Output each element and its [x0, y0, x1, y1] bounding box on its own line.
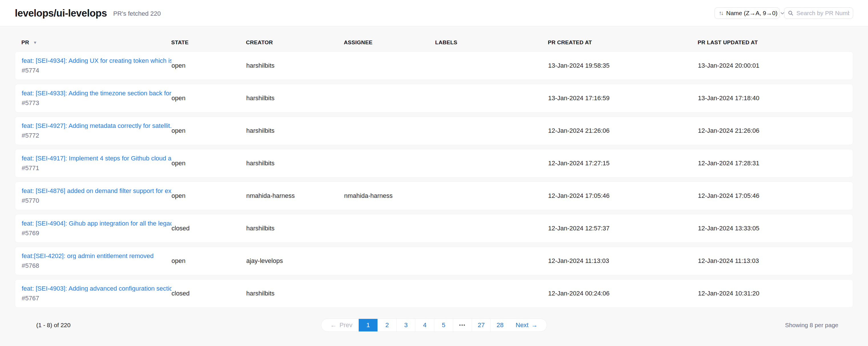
page-number-button[interactable]: 28 [491, 319, 509, 331]
pr-creator: harshilbits [246, 290, 344, 297]
page-number-button[interactable]: 2 [377, 319, 396, 331]
pr-title-link[interactable]: feat:[SEI-4202]: org admin entitlement r… [22, 253, 172, 259]
pr-title-link[interactable]: feat: [SEI-4927]: Adding metadata correc… [22, 123, 172, 129]
pr-number: #5770 [22, 197, 39, 204]
pr-created-at: 12-Jan-2024 00:24:06 [548, 290, 698, 297]
pr-last-updated-at: 12-Jan-2024 11:13:03 [698, 257, 846, 265]
table-row: feat: [SEI-4933]: Adding the timezone se… [15, 84, 853, 113]
pr-creator: harshilbits [246, 225, 344, 232]
table-row: feat: [SEI-4876] added on demand filter … [15, 181, 853, 210]
pr-cell: feat: [SEI-4903]: Adding advanced config… [22, 286, 172, 301]
pr-creator: nmahida-harness [246, 192, 344, 200]
next-page-label: Next [516, 321, 528, 329]
bottom-bar: (1 - 8) of 220 ← Prev 1 2 3 4 5 ••• 27 2… [15, 312, 853, 332]
search-icon [788, 10, 794, 16]
pr-created-at: 12-Jan-2024 12:57:37 [548, 225, 698, 232]
pr-cell: feat: [SEI-4917]: Implement 4 steps for … [22, 155, 172, 171]
pr-title-link[interactable]: feat: [SEI-4933]: Adding the timezone se… [22, 90, 172, 96]
pr-title-link[interactable]: feat: [SEI-4934]: Adding UX for creating… [22, 58, 172, 64]
sort-caret-icon: ▼ [33, 40, 37, 45]
prev-page-label: Prev [340, 321, 352, 329]
pr-last-updated-at: 13-Jan-2024 20:00:01 [698, 62, 846, 69]
pr-number: #5767 [22, 295, 39, 302]
table-body: feat: [SEI-4934]: Adding UX for creating… [15, 51, 853, 308]
sort-arrows-icon: ↑↓ [719, 10, 723, 16]
pr-created-at: 12-Jan-2024 17:05:46 [548, 192, 698, 200]
pr-number: #5771 [22, 165, 39, 172]
pr-created-at: 12-Jan-2024 21:26:06 [548, 127, 698, 135]
page-number-button[interactable]: 1 [359, 319, 377, 331]
pr-state: closed [172, 225, 246, 232]
pr-last-updated-at: 12-Jan-2024 21:26:06 [698, 127, 846, 135]
page-number-button[interactable]: ••• [453, 319, 472, 331]
pr-cell: feat: [SEI-4934]: Adding UX for creating… [22, 58, 172, 74]
column-header-state: STATE [171, 39, 246, 46]
table-row: feat: [SEI-4903]: Adding advanced config… [15, 279, 853, 308]
page-number-button[interactable]: 5 [434, 319, 453, 331]
pr-last-updated-at: 12-Jan-2024 13:33:05 [698, 225, 846, 232]
table-row: feat: [SEI-4904]: Gihub app integration … [15, 214, 853, 243]
pr-cell: feat: [SEI-4933]: Adding the timezone se… [22, 90, 172, 106]
pr-creator: harshilbits [246, 160, 344, 167]
top-bar: levelops/ui-levelops PR's fetched 220 ↑↓… [0, 0, 868, 26]
pr-state: closed [172, 290, 246, 297]
table-row: feat:[SEI-4202]: org admin entitlement r… [15, 247, 853, 275]
column-header-pr-created-at: PR CREATED AT [548, 39, 698, 46]
pr-last-updated-at: 13-Jan-2024 17:18:40 [698, 94, 846, 102]
arrow-left-icon: ← [331, 321, 337, 329]
pr-last-updated-at: 12-Jan-2024 17:05:46 [698, 192, 846, 200]
pr-cell: feat: [SEI-4876] added on demand filter … [22, 188, 172, 204]
pr-state: open [172, 257, 246, 265]
table-header-row: PR ▼ STATE CREATOR ASSIGNEE LABELS PR CR… [15, 26, 853, 51]
table-row: feat: [SEI-4927]: Adding metadata correc… [15, 116, 853, 145]
page-number-button[interactable]: 27 [472, 319, 491, 331]
pr-title-link[interactable]: feat: [SEI-4917]: Implement 4 steps for … [22, 155, 172, 162]
sort-selected-value: Name (Z→A, 9→0) [726, 10, 778, 17]
pr-number: #5773 [22, 99, 39, 107]
pr-creator: harshilbits [246, 127, 344, 135]
pr-creator: harshilbits [246, 62, 344, 69]
pr-title-link[interactable]: feat: [SEI-4876] added on demand filter … [22, 188, 172, 194]
pagination: ← Prev 1 2 3 4 5 ••• 27 28 Next → [321, 319, 547, 332]
column-header-assignee: ASSIGNEE [344, 39, 435, 46]
pr-number: #5772 [22, 132, 39, 139]
pr-number: #5774 [22, 67, 39, 74]
search-input[interactable] [796, 10, 849, 17]
next-page-button[interactable]: Next → [509, 319, 547, 331]
pr-state: open [172, 127, 246, 135]
sort-dropdown[interactable]: ↑↓ Name (Z→A, 9→0) [714, 7, 779, 19]
search-box [784, 7, 853, 19]
pr-state: open [172, 94, 246, 102]
column-header-pr-last-updated-at: PR LAST UPDATED AT [698, 39, 846, 46]
table-row: feat: [SEI-4934]: Adding UX for creating… [15, 51, 853, 80]
pr-created-at: 13-Jan-2024 19:58:35 [548, 62, 698, 69]
pr-number: #5769 [22, 230, 39, 237]
pr-cell: feat:[SEI-4202]: org admin entitlement r… [22, 253, 172, 269]
pr-title-link[interactable]: feat: [SEI-4903]: Adding advanced config… [22, 286, 172, 292]
column-header-creator: CREATOR [246, 39, 344, 46]
pr-created-at: 12-Jan-2024 11:13:03 [548, 257, 698, 265]
result-range-text: (1 - 8) of 220 [30, 322, 321, 328]
pr-state: open [172, 160, 246, 167]
pr-creator: ajay-levelops [246, 257, 344, 265]
page-number-button[interactable]: 4 [415, 319, 434, 331]
pr-state: open [172, 192, 246, 200]
prev-page-button[interactable]: ← Prev [321, 319, 359, 331]
pr-cell: feat: [SEI-4927]: Adding metadata correc… [22, 123, 172, 139]
per-page-text: Showing 8 per page [547, 322, 838, 328]
pr-state: open [172, 62, 246, 69]
pr-last-updated-at: 12-Jan-2024 17:28:31 [698, 160, 846, 167]
pr-fetched-count: PR's fetched 220 [113, 10, 161, 18]
column-header-pr[interactable]: PR ▼ [22, 39, 171, 46]
pr-creator: harshilbits [246, 94, 344, 102]
pr-table: PR ▼ STATE CREATOR ASSIGNEE LABELS PR CR… [0, 26, 868, 332]
pr-number: #5768 [22, 262, 39, 269]
table-row: feat: [SEI-4917]: Implement 4 steps for … [15, 149, 853, 178]
column-header-pr-label: PR [22, 39, 29, 46]
page-title: levelops/ui-levelops [15, 7, 107, 19]
page-number-button[interactable]: 3 [396, 319, 415, 331]
pr-title-link[interactable]: feat: [SEI-4904]: Gihub app integration … [22, 221, 172, 227]
pr-assignee: nmahida-harness [344, 192, 435, 200]
pr-created-at: 13-Jan-2024 17:16:59 [548, 94, 698, 102]
pr-cell: feat: [SEI-4904]: Gihub app integration … [22, 221, 172, 236]
